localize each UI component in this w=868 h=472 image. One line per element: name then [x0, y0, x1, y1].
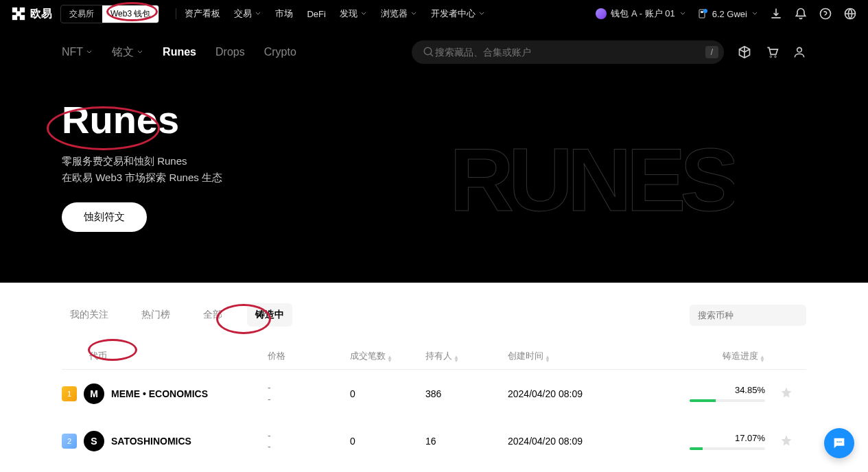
gwei-value: 6.2 Gwei	[712, 9, 747, 19]
wallet-label: 钱包 A - 账户 01	[611, 8, 675, 20]
th-price: 价格	[268, 350, 350, 362]
nav-market[interactable]: 市场	[275, 8, 293, 20]
chat-fab[interactable]	[824, 428, 854, 458]
nav-devcenter[interactable]: 开发者中心	[431, 8, 485, 20]
svg-point-10	[424, 47, 432, 55]
chevron-down-icon	[410, 10, 417, 17]
th-progress[interactable]: 铸造进度▲▼	[614, 350, 765, 362]
top-right: 钱包 A - 账户 01 6.2 Gwei	[596, 7, 857, 21]
user-icon[interactable]	[793, 45, 806, 59]
th-token: 代币	[62, 350, 268, 362]
progress-bar	[690, 399, 765, 402]
etch-button[interactable]: 蚀刻符文	[62, 202, 147, 232]
svg-point-17	[841, 441, 842, 442]
cat-runes[interactable]: Runes	[163, 46, 196, 58]
brand-name: 欧易	[30, 7, 52, 21]
nav-browser[interactable]: 浏览器	[381, 8, 417, 20]
holders-cell: 16	[425, 436, 508, 447]
sec-icons	[738, 45, 806, 59]
price-cell: --	[268, 430, 350, 453]
sort-icon: ▲▼	[760, 355, 765, 362]
runes-art-text: RUNES	[449, 128, 734, 231]
filter-tabs: 我的关注 热门榜 全部 铸造中	[62, 303, 806, 327]
star-icon	[780, 434, 793, 447]
nav-discover[interactable]: 发现	[340, 8, 367, 20]
holders-cell: 386	[425, 388, 508, 399]
star-cell[interactable]	[765, 386, 793, 401]
sort-icon: ▲▼	[545, 355, 550, 362]
cat-drops[interactable]: Drops	[215, 46, 245, 58]
download-icon[interactable]	[769, 7, 783, 21]
token-search-input[interactable]	[698, 310, 813, 320]
tab-web3-wallet[interactable]: Web3 钱包	[102, 5, 159, 23]
filter-all[interactable]: 全部	[195, 303, 231, 327]
search-input[interactable]	[435, 47, 705, 58]
star-cell[interactable]	[765, 434, 793, 449]
help-icon[interactable]	[819, 7, 832, 21]
price-cell: --	[268, 382, 350, 405]
svg-point-15	[836, 441, 838, 442]
search-hotkey: /	[705, 46, 718, 58]
nav-defi[interactable]: DeFi	[307, 9, 325, 19]
th-time[interactable]: 创建时间▲▼	[508, 350, 614, 362]
progress-bar	[690, 447, 765, 450]
gas-icon	[697, 8, 708, 19]
th-holders[interactable]: 持有人▲▼	[425, 350, 508, 362]
cat-nft[interactable]: NFT	[62, 46, 93, 58]
progress-percent: 17.07%	[735, 433, 765, 443]
cube-icon[interactable]	[738, 45, 751, 59]
token-avatar: M	[84, 384, 104, 404]
time-cell: 2024/04/20 08:09	[508, 388, 614, 399]
bell-icon[interactable]	[794, 7, 808, 21]
th-volume[interactable]: 成交笔数▲▼	[350, 350, 425, 362]
globe-icon[interactable]	[843, 7, 857, 21]
rank-badge: 2	[62, 434, 77, 449]
volume-cell: 0	[350, 436, 425, 447]
sort-icon: ▲▼	[454, 355, 459, 362]
token-avatar: S	[84, 431, 104, 451]
gwei-indicator[interactable]: 6.2 Gwei	[697, 8, 758, 19]
brand-logo[interactable]: 欧易	[11, 6, 52, 21]
svg-rect-4	[20, 15, 25, 20]
chevron-down-icon	[255, 10, 261, 17]
tab-exchange[interactable]: 交易所	[61, 5, 102, 23]
chevron-down-icon	[478, 10, 485, 17]
cart-icon[interactable]	[765, 45, 779, 59]
svg-point-11	[770, 56, 772, 58]
chevron-down-icon	[86, 49, 93, 56]
chevron-down-icon	[751, 10, 758, 17]
filter-minting[interactable]: 铸造中	[247, 303, 292, 327]
wallet-avatar-icon	[596, 8, 607, 19]
hero: Runes 零服务费交易和蚀刻 Runes 在欧易 Web3 市场探索 Rune…	[0, 77, 868, 283]
progress-cell: 34.85%	[614, 385, 765, 402]
table-body: 1 M MEME • ECONOMICS -- 0 386 2024/04/20…	[62, 370, 806, 465]
filter-follow[interactable]: 我的关注	[62, 303, 117, 327]
token-search[interactable]	[690, 305, 806, 326]
svg-point-16	[838, 441, 840, 442]
volume-cell: 0	[350, 388, 425, 399]
cat-crypto[interactable]: Crypto	[264, 46, 296, 58]
chevron-down-icon	[679, 10, 686, 17]
svg-point-13	[797, 47, 802, 52]
nav-dashboard[interactable]: 资产看板	[185, 8, 220, 20]
svg-point-12	[775, 56, 777, 58]
svg-point-7	[703, 9, 707, 13]
chevron-down-icon	[137, 49, 143, 56]
table-head: 代币 价格 成交笔数▲▼ 持有人▲▼ 创建时间▲▼ 铸造进度▲▼	[62, 343, 806, 370]
filter-hot[interactable]: 热门榜	[133, 303, 178, 327]
logo-icon	[11, 6, 26, 21]
nav-trade[interactable]: 交易	[234, 8, 261, 20]
top-bar: 欧易 交易所 Web3 钱包 资产看板 交易 市场 DeFi 发现 浏览器 开发…	[0, 0, 868, 27]
category-nav: NFT 铭文 Runes Drops Crypto	[62, 45, 296, 60]
sort-icon: ▲▼	[387, 355, 392, 362]
progress-cell: 17.07%	[614, 433, 765, 450]
wallet-selector[interactable]: 钱包 A - 账户 01	[596, 8, 685, 20]
hero-subtitle: 零服务费交易和蚀刻 Runes 在欧易 Web3 市场探索 Runes 生态	[62, 153, 434, 186]
cat-mingwen[interactable]: 铭文	[112, 45, 143, 60]
progress-percent: 34.85%	[735, 385, 765, 395]
search-box[interactable]: /	[412, 40, 724, 64]
table-row[interactable]: 2 S SATOSHINOMICS -- 0 16 2024/04/20 08:…	[62, 418, 806, 466]
table-row[interactable]: 1 M MEME • ECONOMICS -- 0 386 2024/04/20…	[62, 370, 806, 418]
time-cell: 2024/04/20 08:09	[508, 436, 614, 447]
token-name: MEME • ECONOMICS	[111, 388, 208, 399]
